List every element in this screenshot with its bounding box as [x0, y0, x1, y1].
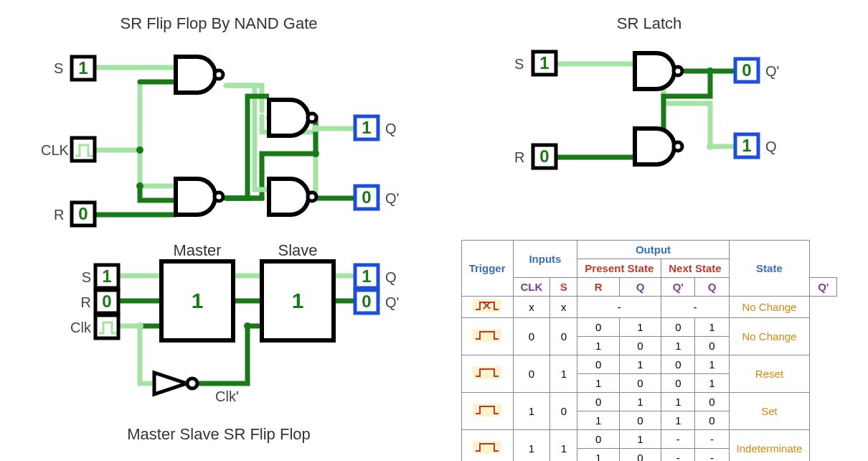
svg-point-46 — [136, 322, 143, 330]
qb-label: Q' — [385, 190, 399, 206]
clock-pulse-icon — [473, 441, 501, 454]
svg-text:Slave: Slave — [278, 241, 317, 259]
svg-text:S: S — [82, 269, 91, 285]
sr-nand-flipflop-panel: SR Flip Flop By NAND Gate — [14, 14, 423, 233]
svg-text:Q: Q — [385, 269, 397, 285]
ms-flipflop-diagram: Master Slave — [32, 240, 405, 419]
svg-text:1: 1 — [362, 266, 371, 286]
ms-flipflop-panel: Master Slave — [14, 240, 423, 461]
svg-point-6 — [136, 146, 143, 154]
svg-text:1: 1 — [102, 266, 111, 286]
clock-pulse-icon — [473, 366, 501, 379]
ms-flipflop-caption: Master Slave SR Flip Flop — [14, 425, 423, 444]
q-value: 1 — [362, 118, 371, 137]
svg-text:Clk: Clk — [70, 320, 92, 335]
svg-text:1: 1 — [539, 53, 549, 73]
q-label: Q — [385, 121, 397, 136]
table-row: 000101No Change — [461, 318, 837, 337]
sr-latch-title: SR Latch — [445, 14, 854, 33]
svg-text:R: R — [514, 149, 524, 165]
svg-point-23 — [707, 143, 714, 150]
table-row: 010101Reset — [461, 355, 837, 374]
svg-rect-31 — [95, 315, 118, 338]
truth-table: Trigger Inputs Output State Present Stat… — [461, 240, 838, 461]
clock-pulse-icon — [473, 404, 501, 416]
clock-nochange-icon — [473, 299, 501, 312]
svg-point-47 — [244, 322, 251, 330]
table-row: 100110Set — [461, 393, 837, 411]
svg-point-22 — [707, 67, 714, 75]
svg-rect-2 — [72, 138, 95, 161]
r-value: 0 — [78, 204, 88, 223]
svg-point-28 — [187, 378, 197, 388]
qb-value: 0 — [362, 187, 371, 207]
svg-text:Q': Q' — [385, 294, 399, 310]
svg-text:R: R — [81, 294, 91, 310]
sr-nand-diagram: 1 0 1 0 S CLK R Q Q' — [32, 39, 405, 233]
svg-text:Q: Q — [765, 139, 777, 154]
svg-point-9 — [312, 125, 319, 132]
svg-text:0: 0 — [102, 292, 111, 311]
svg-point-7 — [136, 182, 143, 190]
clock-pulse-icon — [473, 329, 501, 342]
svg-text:S: S — [514, 56, 524, 72]
s-label: S — [54, 60, 63, 76]
table-row: 1101--Indeterminate — [461, 430, 837, 449]
svg-text:0: 0 — [362, 292, 371, 311]
truth-table-panel: Trigger Inputs Output State Present Stat… — [445, 240, 854, 461]
clk-label: CLK — [41, 142, 70, 158]
svg-text:Q': Q' — [765, 63, 779, 79]
svg-text:Master: Master — [173, 241, 221, 259]
s-value: 1 — [78, 58, 88, 78]
svg-text:1: 1 — [192, 289, 204, 312]
svg-text:0: 0 — [539, 146, 549, 166]
table-row: xx--No Change — [461, 297, 837, 318]
svg-text:0: 0 — [742, 60, 751, 80]
sr-latch-diagram: 1 0 0 1 S R Q' Q — [499, 39, 800, 182]
svg-point-8 — [312, 150, 319, 157]
r-label: R — [54, 207, 64, 223]
svg-text:1: 1 — [292, 289, 304, 312]
sr-latch-panel: SR Latch 1 — [445, 14, 854, 233]
svg-text:1: 1 — [742, 136, 751, 155]
sr-nand-title: SR Flip Flop By NAND Gate — [14, 14, 423, 33]
svg-text:Clk': Clk' — [215, 388, 239, 404]
